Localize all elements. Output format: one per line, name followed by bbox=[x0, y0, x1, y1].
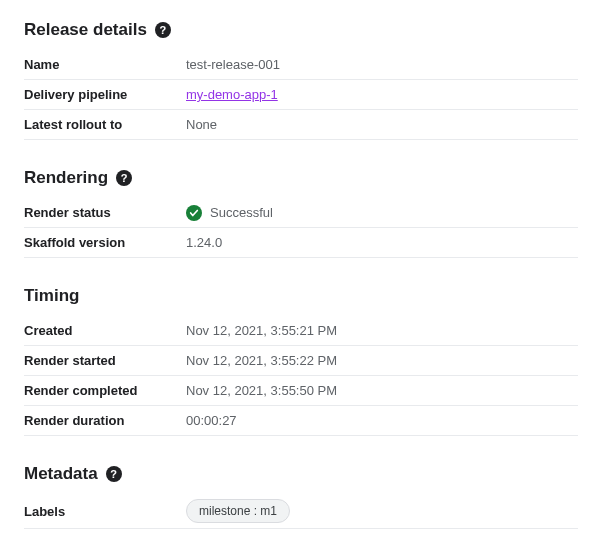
help-icon[interactable]: ? bbox=[116, 170, 132, 186]
render-completed-label: Render completed bbox=[24, 383, 186, 398]
latest-rollout-value: None bbox=[186, 117, 578, 132]
help-icon[interactable]: ? bbox=[155, 22, 171, 38]
rendering-section: Rendering ? Render status Successful Ska… bbox=[24, 168, 578, 258]
release-details-title: Release details bbox=[24, 20, 147, 40]
render-status-value: Successful bbox=[186, 205, 578, 221]
render-started-label: Render started bbox=[24, 353, 186, 368]
success-check-icon bbox=[186, 205, 202, 221]
created-value: Nov 12, 2021, 3:55:21 PM bbox=[186, 323, 578, 338]
row-render-started: Render started Nov 12, 2021, 3:55:22 PM bbox=[24, 346, 578, 376]
created-label: Created bbox=[24, 323, 186, 338]
latest-rollout-label: Latest rollout to bbox=[24, 117, 186, 132]
rendering-header: Rendering ? bbox=[24, 168, 578, 188]
release-details-section: Release details ? Name test-release-001 … bbox=[24, 20, 578, 140]
row-labels: Labels milestone : m1 bbox=[24, 494, 578, 529]
name-label: Name bbox=[24, 57, 186, 72]
labels-label: Labels bbox=[24, 504, 186, 519]
metadata-section: Metadata ? Labels milestone : m1 Annotat… bbox=[24, 464, 578, 535]
render-completed-value: Nov 12, 2021, 3:55:50 PM bbox=[186, 383, 578, 398]
row-latest-rollout: Latest rollout to None bbox=[24, 110, 578, 140]
release-details-header: Release details ? bbox=[24, 20, 578, 40]
render-started-value: Nov 12, 2021, 3:55:22 PM bbox=[186, 353, 578, 368]
render-status-text: Successful bbox=[210, 205, 273, 220]
skaffold-label: Skaffold version bbox=[24, 235, 186, 250]
row-render-completed: Render completed Nov 12, 2021, 3:55:50 P… bbox=[24, 376, 578, 406]
timing-section: Timing Created Nov 12, 2021, 3:55:21 PM … bbox=[24, 286, 578, 436]
timing-header: Timing bbox=[24, 286, 578, 306]
help-icon[interactable]: ? bbox=[106, 466, 122, 482]
pipeline-link[interactable]: my-demo-app-1 bbox=[186, 87, 278, 102]
metadata-header: Metadata ? bbox=[24, 464, 578, 484]
label-chip: milestone : m1 bbox=[186, 499, 290, 523]
skaffold-value: 1.24.0 bbox=[186, 235, 578, 250]
labels-value: milestone : m1 bbox=[186, 499, 578, 523]
render-duration-label: Render duration bbox=[24, 413, 186, 428]
row-render-status: Render status Successful bbox=[24, 198, 578, 228]
timing-title: Timing bbox=[24, 286, 79, 306]
row-created: Created Nov 12, 2021, 3:55:21 PM bbox=[24, 316, 578, 346]
row-skaffold-version: Skaffold version 1.24.0 bbox=[24, 228, 578, 258]
metadata-title: Metadata bbox=[24, 464, 98, 484]
name-value: test-release-001 bbox=[186, 57, 578, 72]
row-render-duration: Render duration 00:00:27 bbox=[24, 406, 578, 436]
row-delivery-pipeline: Delivery pipeline my-demo-app-1 bbox=[24, 80, 578, 110]
pipeline-value: my-demo-app-1 bbox=[186, 87, 578, 102]
render-status-label: Render status bbox=[24, 205, 186, 220]
row-name: Name test-release-001 bbox=[24, 50, 578, 80]
pipeline-label: Delivery pipeline bbox=[24, 87, 186, 102]
row-annotations: Annotations Commit: 3b416bb7cead5c7c7b64… bbox=[24, 529, 578, 535]
render-duration-value: 00:00:27 bbox=[186, 413, 578, 428]
rendering-title: Rendering bbox=[24, 168, 108, 188]
